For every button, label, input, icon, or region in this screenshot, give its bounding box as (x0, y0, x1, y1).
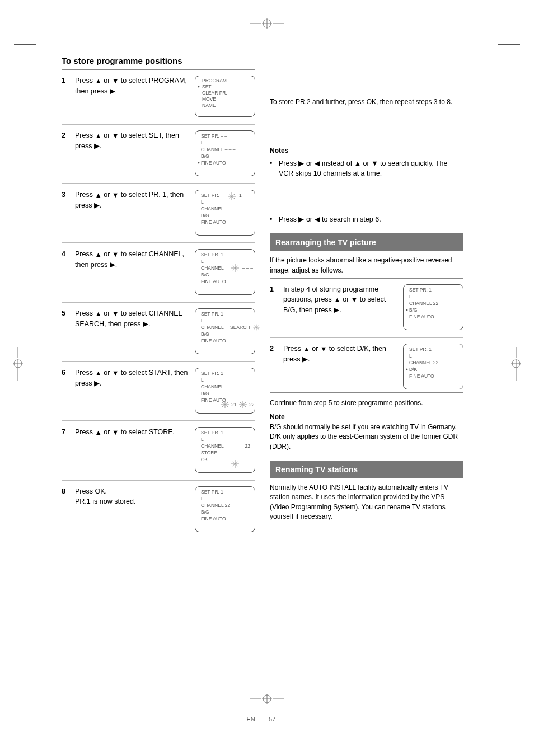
registration-mark-bottom (250, 692, 284, 706)
cursor-icon: ▸ (198, 160, 200, 165)
triangle-down-icon: ▼ (112, 428, 119, 438)
crop-mark-top-left (14, 22, 36, 45)
step-number: 1 (62, 76, 71, 97)
crop-mark-top-right (498, 22, 520, 45)
osd-screen: SET PR. 1 L CHANNEL SEARCH B/G FINE AUTO (195, 308, 255, 354)
triangle-up-icon: ▲ (95, 428, 101, 438)
triangle-right-icon: ▶ (298, 215, 304, 223)
step-row: 3 Press ▲ or ▼ to select PR. 1, then pre… (62, 190, 255, 236)
osd-screen: SET PR. 1 L CHANNEL – – – B/G FINE AUTO (195, 190, 255, 236)
osd-screen: SET PR. 1 L CHANNEL B/G FINE AUTO 21 22 (195, 368, 255, 414)
picture-after: Continue from step 5 to store programme … (270, 398, 463, 408)
picture-intro: If the picture looks abnormal like a neg… (270, 256, 463, 275)
step-text: Press ▲ or ▼ to select STORE. (75, 427, 190, 438)
dash: – (260, 716, 264, 722)
divider (270, 337, 463, 338)
step-text: Press OK. PR.1 is now stored. (75, 486, 190, 506)
sparkle-icon (230, 460, 240, 468)
triangle-down-icon: ▼ (112, 250, 119, 260)
triangle-down-icon: ▼ (112, 309, 119, 319)
triangle-up-icon: ▲ (354, 159, 361, 167)
triangle-down-icon: ▼ (112, 131, 119, 141)
triangle-down-icon: ▼ (112, 368, 119, 378)
osd-screen: ▸ PROGRAM SET CLEAR PR. MOVE NAME (195, 76, 255, 117)
triangle-up-icon: ▲ (95, 309, 101, 319)
notes-heading: Notes (270, 146, 463, 156)
triangle-right-icon: ▶ (94, 200, 100, 210)
step-number: 3 (62, 190, 71, 211)
triangle-right-icon: ▶ (298, 159, 304, 167)
step-row: 8 Press OK. PR.1 is now stored. SET PR. … (62, 486, 255, 532)
step-row: 2 Press ▲ or ▼ to select SET, then press… (62, 130, 255, 176)
step-number: 7 (62, 427, 71, 438)
triangle-up-icon: ▲ (303, 344, 310, 354)
step-number: 1 (270, 284, 279, 316)
registration-mark-left (11, 347, 25, 381)
step-row: 1 Press ▲ or ▼ to select PROGRAM, then p… (62, 76, 255, 117)
left-column: To store programme positions 1 Press ▲ o… (62, 56, 255, 532)
osd-screen: SET PR. 1 L CHANNEL – – – B/G FINE AUTO (195, 249, 255, 295)
divider (62, 124, 255, 125)
rename-body: Normally the AUTO INSTALL facility autom… (270, 483, 463, 522)
step-number: 5 (62, 308, 71, 330)
triangle-right-icon: ▶ (143, 319, 148, 329)
step-row: 4 Press ▲ or ▼ to select CHANNEL, then p… (62, 249, 255, 295)
sparkle-icon (252, 324, 260, 330)
crop-mark-bottom-left (14, 678, 36, 700)
triangle-down-icon: ▼ (351, 295, 358, 305)
triangle-right-icon: ▶ (94, 141, 100, 151)
step-number: 6 (62, 368, 71, 389)
triangle-right-icon: ▶ (334, 305, 339, 315)
divider (62, 361, 255, 362)
cursor-icon: ▸ (406, 367, 408, 372)
step-row: 5 Press ▲ or ▼ to select CHANNEL SEARCH,… (62, 308, 255, 354)
triangle-down-icon: ▼ (112, 76, 119, 86)
note-bullet: • Press ▶ or ◀ instead of ▲ or ▼ to sear… (270, 158, 463, 179)
step-text: Press ▲ or ▼ to select PR. 1, then press… (75, 190, 190, 211)
triangle-up-icon: ▲ (334, 295, 340, 305)
osd-screen: SET PR. 1 L CHANNEL 22 ▸ B/G FINE AUTO (403, 284, 463, 330)
triangle-left-icon: ◀ (315, 159, 320, 167)
note-text: Press ▶ or ◀ to search in step 6. (279, 214, 381, 224)
divider (270, 392, 463, 393)
registration-mark-right (509, 347, 523, 381)
registration-mark-top (250, 17, 284, 30)
triangle-down-icon: ▼ (320, 344, 327, 354)
continue-note: To store PR.2 and further, press OK, the… (270, 97, 463, 107)
section-bar-rename: Renaming TV stations (270, 461, 463, 478)
triangle-down-icon: ▼ (112, 190, 119, 200)
step-row: 6 Press ▲ or ▼ to select START, then pre… (62, 368, 255, 414)
divider (270, 278, 463, 279)
step-number: 4 (62, 249, 71, 270)
step-text: Press ▲ or ▼ to select CHANNEL SEARCH, t… (75, 308, 190, 330)
step-number: 2 (270, 344, 279, 365)
triangle-right-icon: ▶ (110, 86, 115, 96)
osd-screen: SET PR. 1 L CHANNEL 22 B/G FINE AUTO (195, 486, 255, 532)
step-number: 8 (62, 486, 71, 506)
triangle-up-icon: ▲ (95, 250, 101, 260)
lang-code: EN (247, 716, 255, 722)
step-text: In step 4 of storing programme positions… (283, 284, 399, 316)
step-row: 7 Press ▲ or ▼ to select STORE. SET PR. … (62, 427, 255, 473)
crop-mark-bottom-right (498, 678, 520, 700)
step-text: Press ▲ or ▼ to select SET, then press ▶… (75, 130, 190, 152)
bullet-dot: • (270, 158, 275, 179)
dash: – (280, 716, 284, 722)
divider (62, 302, 255, 303)
divider (62, 242, 255, 243)
triangle-right-icon: ▶ (94, 378, 100, 388)
step-text: Press ▲ or ▼ to select CHANNEL, then pre… (75, 249, 190, 270)
osd-screen: SET PR. 1 L CHANNEL 22 STORE OK (195, 427, 255, 473)
triangle-up-icon: ▲ (95, 190, 101, 200)
note-text: Press ▶ or ◀ instead of ▲ or ▼ to search… (279, 158, 463, 179)
picture-note-heading: Note (270, 412, 463, 422)
page: To store programme positions 1 Press ▲ o… (0, 0, 534, 756)
triangle-down-icon: ▼ (371, 159, 378, 167)
note-bullet: • Press ▶ or ◀ to search in step 6. (270, 214, 463, 224)
sparkle-icon (220, 401, 230, 408)
sparkle-icon (230, 264, 240, 272)
step-text: Press ▲ or ▼ to select START, then press… (75, 368, 190, 389)
triangle-up-icon: ▲ (95, 368, 101, 378)
right-column: To store PR.2 and further, press OK, the… (270, 56, 463, 532)
step-text: Press ▲ or ▼ to select D/K, then press ▶… (283, 344, 399, 365)
